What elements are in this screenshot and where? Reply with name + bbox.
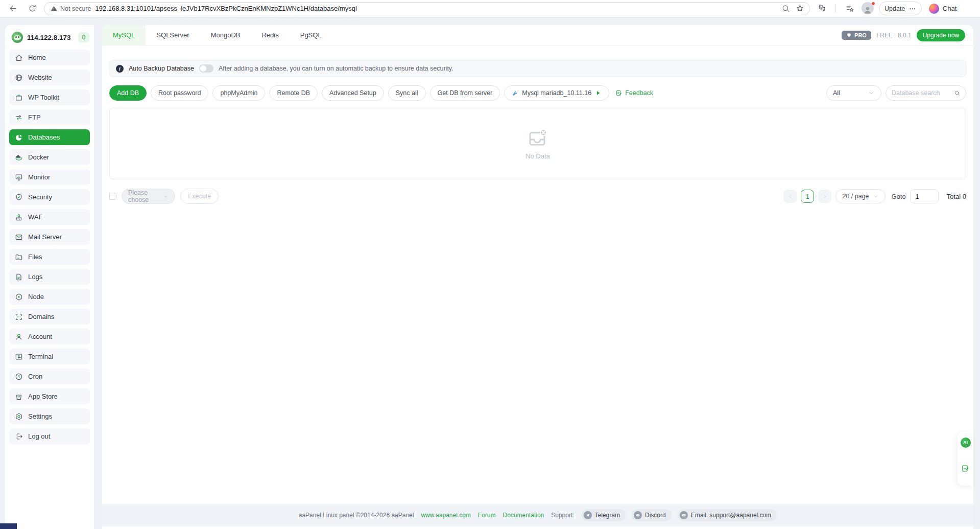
zoom-search-icon[interactable] [779,2,792,15]
terminal-icon [15,353,23,361]
sidebar-menu: HomeWebsiteWP ToolkitFTPDatabasesDockerM… [5,49,94,449]
footer-link-documentation[interactable]: Documentation [503,512,544,519]
database-type-filter[interactable]: All [826,85,881,101]
not-secure-indicator[interactable]: Not secure [51,5,91,12]
sidebar-item-wp-toolkit[interactable]: WP Toolkit [9,89,90,105]
sidebar-item-label: WAF [28,213,42,221]
sidebar-item-terminal[interactable]: Terminal [9,349,90,364]
update-button[interactable]: Update ⋯ [879,2,922,15]
firewall-flame-icon [15,213,23,221]
sidebar-item-label: Files [28,253,42,261]
sidebar-item-files[interactable]: Files [9,249,90,265]
goto-page-input[interactable] [910,189,939,203]
button-label: phpMyAdmin [220,89,257,97]
feedback-link[interactable]: Feedback [615,89,653,97]
root-password-button[interactable]: Root password [151,85,208,101]
support-label-text: Discord [645,512,666,519]
support-discord-button[interactable]: Discord [632,509,672,521]
sidebar-item-log-out[interactable]: Log out [9,428,90,444]
advanced-setup-button[interactable]: Advanced Setup [322,85,384,101]
url-text[interactable]: 192.168.8.31:10101/apsess_ieJVb17RcvXBzP… [95,5,775,12]
profile-avatar[interactable] [862,2,875,15]
address-bar[interactable]: Not secure 192.168.8.31:10101/apsess_ieJ… [44,2,810,15]
execute-button[interactable]: Execute [180,189,219,204]
search-icon[interactable] [954,89,960,97]
copilot-chat-button[interactable]: Chat [926,2,963,16]
sidebar-item-ftp[interactable]: FTP [9,109,90,125]
select-all-checkbox[interactable] [109,193,116,200]
sidebar-item-settings[interactable]: Settings [9,408,90,424]
page-size-select[interactable]: 20 / page [835,189,885,203]
sidebar-item-security[interactable]: Security [9,189,90,205]
database-search-input[interactable] [892,89,951,97]
sidebar-item-app-store[interactable]: App Store [9,388,90,404]
favorite-star-icon[interactable] [793,2,806,15]
sidebar-item-mail-server[interactable]: Mail Server [9,229,90,245]
hexagon-node-icon [15,293,23,301]
tab-label: Redis [261,31,278,39]
plan-label: FREE [876,32,893,39]
add-db-button[interactable]: Add DB [109,85,147,101]
sidebar-item-label: Logs [28,273,42,281]
sidebar-item-label: Databases [28,133,60,141]
sidebar-item-website[interactable]: Website [9,70,90,85]
sidebar-item-node[interactable]: Node [9,289,90,305]
sidebar-item-label: Domains [28,313,54,320]
browser-toolbar: Not secure 192.168.8.31:10101/apsess_ieJ… [0,0,980,17]
telegram-icon [584,511,592,519]
sidebar-item-label: Settings [28,412,52,420]
security-label: Not secure [60,5,91,12]
sidebar-item-account[interactable]: Account [9,329,90,344]
support-telegram-button[interactable]: Telegram [582,509,626,521]
sidebar-item-databases[interactable]: Databases [9,129,90,145]
tab-mysql[interactable]: MySQL [102,25,146,45]
browser-menu-icon[interactable]: ⋯ [909,5,916,12]
tab-mongodb[interactable]: MongoDB [200,25,251,45]
sidebar-item-cron[interactable]: Cron [9,369,90,384]
update-label: Update [885,5,905,12]
sidebar: 114.122.8.173 0 HomeWebsiteWP ToolkitFTP… [5,25,94,529]
feedback-note-icon[interactable] [961,464,970,473]
auto-backup-toggle[interactable] [199,64,213,73]
copyright-text: aaPanel Linux panel ©2014-2026 aaPanel [299,512,414,519]
message-count-badge[interactable]: 0 [78,32,89,42]
back-arrow-icon[interactable] [5,2,20,15]
next-page-button[interactable] [818,190,831,203]
tab-redis[interactable]: Redis [251,25,289,45]
prev-page-button[interactable] [783,190,797,203]
sidebar-item-monitor[interactable]: Monitor [9,169,90,185]
sidebar-item-domains[interactable]: Domains [9,309,90,325]
total-count-label: Total 0 [947,193,966,200]
copilot-icon [929,4,939,14]
button-label: Get DB from server [438,89,493,97]
database-search-box[interactable] [886,85,966,101]
sidebar-item-label: App Store [28,393,58,400]
tab-sqlserver[interactable]: SQLServer [146,25,200,45]
sidebar-item-docker[interactable]: Docker [9,149,90,165]
sidebar-item-label: Terminal [28,353,53,360]
scan-frame-icon [15,313,23,321]
server-ip: 114.122.8.173 [27,34,71,41]
tab-pgsql[interactable]: PgSQL [290,25,332,45]
ai-assistant-button[interactable]: AI [961,438,971,448]
phpmyadmin-button[interactable]: phpMyAdmin [212,85,265,101]
sidebar-item-waf[interactable]: WAF [9,209,90,225]
upgrade-now-button[interactable]: Upgrade now [917,29,965,41]
sidebar-item-logs[interactable]: Logs [9,269,90,285]
get-db-from-server-button[interactable]: Get DB from server [430,85,500,101]
sidebar-item-label: Security [28,193,52,201]
mysql-mariadb-10-11-16-button[interactable]: Mysql mariadb_10.11.16 [504,85,609,101]
favorites-list-icon[interactable] [842,2,857,15]
support-email-support-aapanel-com-button[interactable]: Email: support@aapanel.com [678,509,777,521]
remote-db-button[interactable]: Remote DB [269,85,318,101]
browser-essentials-icon[interactable] [814,2,829,15]
reload-icon[interactable] [25,2,40,15]
footer-link-www-aapanel-com[interactable]: www.aapanel.com [421,512,470,519]
current-page-button[interactable]: 1 [801,190,814,203]
sync-all-button[interactable]: Sync all [388,85,426,101]
tab-label: SQLServer [156,31,189,39]
sidebar-item-home[interactable]: Home [9,50,90,65]
pro-badge[interactable]: PRO [842,31,871,40]
footer-link-forum[interactable]: Forum [478,512,496,519]
batch-action-select[interactable]: Please choose [122,189,175,204]
